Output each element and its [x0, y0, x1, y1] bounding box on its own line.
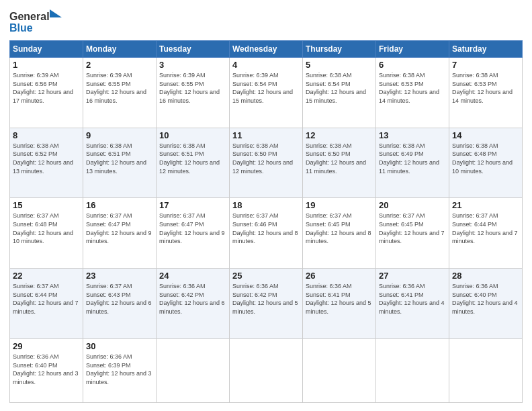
day-number: 14 — [452, 130, 519, 140]
day-info: Sunrise: 6:37 AMSunset: 6:47 PMDaylight:… — [86, 212, 153, 245]
day-info: Sunrise: 6:37 AMSunset: 6:47 PMDaylight:… — [159, 212, 226, 245]
svg-marker-2 — [50, 9, 62, 17]
calendar-week-row: 15Sunrise: 6:37 AMSunset: 6:48 PMDayligh… — [10, 198, 523, 269]
day-number: 20 — [379, 200, 446, 210]
calendar-cell — [449, 338, 523, 402]
calendar-cell: 5Sunrise: 6:38 AMSunset: 6:54 PMDaylight… — [303, 58, 376, 128]
day-number: 1 — [13, 60, 80, 70]
calendar-week-row: 8Sunrise: 6:38 AMSunset: 6:52 PMDaylight… — [10, 128, 523, 198]
day-info: Sunrise: 6:37 AMSunset: 6:46 PMDaylight:… — [232, 212, 300, 245]
calendar-cell: 18Sunrise: 6:37 AMSunset: 6:46 PMDayligh… — [230, 198, 303, 269]
day-number: 7 — [452, 60, 519, 70]
calendar-cell: 10Sunrise: 6:38 AMSunset: 6:51 PMDayligh… — [157, 128, 230, 198]
day-number: 5 — [306, 60, 373, 70]
calendar-cell — [303, 338, 376, 402]
day-info: Sunrise: 6:38 AMSunset: 6:50 PMDaylight:… — [232, 142, 300, 175]
day-number: 2 — [86, 60, 153, 70]
day-info: Sunrise: 6:36 AMSunset: 6:39 PMDaylight:… — [86, 353, 153, 386]
day-info: Sunrise: 6:39 AMSunset: 6:55 PMDaylight:… — [86, 71, 153, 105]
calendar-cell: 25Sunrise: 6:36 AMSunset: 6:42 PMDayligh… — [230, 269, 303, 339]
day-info: Sunrise: 6:38 AMSunset: 6:53 PMDaylight:… — [452, 71, 519, 105]
day-number: 17 — [159, 200, 226, 210]
calendar-week-row: 29Sunrise: 6:36 AMSunset: 6:40 PMDayligh… — [10, 338, 523, 402]
calendar-cell: 27Sunrise: 6:36 AMSunset: 6:41 PMDayligh… — [376, 269, 449, 339]
weekday-header: Monday — [83, 41, 157, 58]
calendar-cell: 30Sunrise: 6:36 AMSunset: 6:39 PMDayligh… — [83, 338, 157, 402]
day-number: 18 — [232, 200, 300, 210]
day-number: 28 — [452, 271, 519, 281]
calendar-cell: 15Sunrise: 6:37 AMSunset: 6:48 PMDayligh… — [10, 198, 83, 269]
day-number: 12 — [306, 130, 373, 140]
logo-svg: GeneralBlue — [9, 8, 63, 35]
calendar-week-row: 22Sunrise: 6:37 AMSunset: 6:44 PMDayligh… — [10, 269, 523, 339]
calendar-cell: 22Sunrise: 6:37 AMSunset: 6:44 PMDayligh… — [10, 269, 83, 339]
weekday-header: Tuesday — [157, 41, 230, 58]
day-number: 16 — [86, 200, 153, 210]
header: GeneralBlue — [9, 8, 523, 35]
calendar-cell: 1Sunrise: 6:39 AMSunset: 6:56 PMDaylight… — [10, 58, 83, 128]
calendar-cell: 29Sunrise: 6:36 AMSunset: 6:40 PMDayligh… — [10, 338, 83, 402]
day-number: 29 — [13, 341, 80, 351]
day-info: Sunrise: 6:37 AMSunset: 6:44 PMDaylight:… — [13, 282, 80, 316]
day-number: 27 — [379, 271, 446, 281]
calendar-cell: 23Sunrise: 6:37 AMSunset: 6:43 PMDayligh… — [83, 269, 157, 339]
day-info: Sunrise: 6:36 AMSunset: 6:42 PMDaylight:… — [232, 282, 300, 316]
day-info: Sunrise: 6:38 AMSunset: 6:48 PMDaylight:… — [452, 142, 519, 175]
weekday-header: Wednesday — [230, 41, 303, 58]
weekday-header: Sunday — [10, 41, 83, 58]
calendar-cell: 24Sunrise: 6:36 AMSunset: 6:42 PMDayligh… — [157, 269, 230, 339]
calendar-cell — [230, 338, 303, 402]
day-number: 3 — [159, 60, 226, 70]
logo: GeneralBlue — [9, 8, 63, 35]
calendar-cell: 20Sunrise: 6:37 AMSunset: 6:45 PMDayligh… — [376, 198, 449, 269]
day-info: Sunrise: 6:37 AMSunset: 6:44 PMDaylight:… — [452, 212, 519, 245]
day-number: 13 — [379, 130, 446, 140]
calendar-cell: 2Sunrise: 6:39 AMSunset: 6:55 PMDaylight… — [83, 58, 157, 128]
calendar-cell: 26Sunrise: 6:36 AMSunset: 6:41 PMDayligh… — [303, 269, 376, 339]
calendar-week-row: 1Sunrise: 6:39 AMSunset: 6:56 PMDaylight… — [10, 58, 523, 128]
calendar-cell: 21Sunrise: 6:37 AMSunset: 6:44 PMDayligh… — [449, 198, 523, 269]
calendar-cell: 17Sunrise: 6:37 AMSunset: 6:47 PMDayligh… — [157, 198, 230, 269]
calendar-cell: 6Sunrise: 6:38 AMSunset: 6:53 PMDaylight… — [376, 58, 449, 128]
day-number: 10 — [159, 130, 226, 140]
day-number: 26 — [306, 271, 373, 281]
day-info: Sunrise: 6:39 AMSunset: 6:56 PMDaylight:… — [13, 71, 80, 105]
weekday-header: Saturday — [449, 41, 523, 58]
day-number: 25 — [232, 271, 300, 281]
day-number: 23 — [86, 271, 153, 281]
day-info: Sunrise: 6:37 AMSunset: 6:45 PMDaylight:… — [379, 212, 446, 245]
weekday-header: Friday — [376, 41, 449, 58]
calendar-cell: 28Sunrise: 6:36 AMSunset: 6:40 PMDayligh… — [449, 269, 523, 339]
day-info: Sunrise: 6:37 AMSunset: 6:43 PMDaylight:… — [86, 282, 153, 316]
day-number: 6 — [379, 60, 446, 70]
day-number: 8 — [13, 130, 80, 140]
day-number: 22 — [13, 271, 80, 281]
calendar-cell: 11Sunrise: 6:38 AMSunset: 6:50 PMDayligh… — [230, 128, 303, 198]
day-number: 9 — [86, 130, 153, 140]
svg-text:General: General — [9, 11, 50, 22]
calendar-cell: 4Sunrise: 6:39 AMSunset: 6:54 PMDaylight… — [230, 58, 303, 128]
calendar-cell: 9Sunrise: 6:38 AMSunset: 6:51 PMDaylight… — [83, 128, 157, 198]
calendar-cell: 13Sunrise: 6:38 AMSunset: 6:49 PMDayligh… — [376, 128, 449, 198]
day-number: 15 — [13, 200, 80, 210]
day-number: 4 — [232, 60, 300, 70]
day-info: Sunrise: 6:39 AMSunset: 6:54 PMDaylight:… — [232, 71, 300, 105]
day-info: Sunrise: 6:38 AMSunset: 6:53 PMDaylight:… — [379, 71, 446, 105]
day-info: Sunrise: 6:38 AMSunset: 6:54 PMDaylight:… — [306, 71, 373, 105]
calendar-cell: 7Sunrise: 6:38 AMSunset: 6:53 PMDaylight… — [449, 58, 523, 128]
day-number: 19 — [306, 200, 373, 210]
day-number: 21 — [452, 200, 519, 210]
day-info: Sunrise: 6:36 AMSunset: 6:42 PMDaylight:… — [159, 282, 226, 316]
calendar-cell: 12Sunrise: 6:38 AMSunset: 6:50 PMDayligh… — [303, 128, 376, 198]
page: GeneralBlue SundayMondayTuesdayWednesday… — [0, 0, 532, 411]
weekday-header: Thursday — [303, 41, 376, 58]
day-info: Sunrise: 6:38 AMSunset: 6:51 PMDaylight:… — [159, 142, 226, 175]
calendar-cell: 3Sunrise: 6:39 AMSunset: 6:55 PMDaylight… — [157, 58, 230, 128]
day-info: Sunrise: 6:38 AMSunset: 6:50 PMDaylight:… — [306, 142, 373, 175]
day-info: Sunrise: 6:39 AMSunset: 6:55 PMDaylight:… — [159, 71, 226, 105]
day-number: 30 — [86, 341, 153, 351]
day-number: 24 — [159, 271, 226, 281]
day-info: Sunrise: 6:37 AMSunset: 6:48 PMDaylight:… — [13, 212, 80, 245]
day-number: 11 — [232, 130, 300, 140]
calendar-cell — [157, 338, 230, 402]
